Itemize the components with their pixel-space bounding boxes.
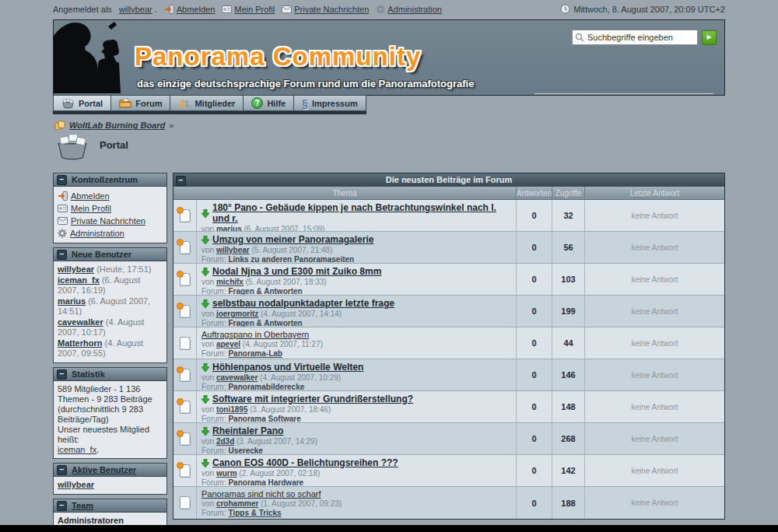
minimize-button[interactable]: − [57,175,67,185]
minimize-button[interactable]: − [57,465,67,475]
topic-link[interactable]: Auftragspano in Oberbayern [202,330,309,339]
user-link[interactable]: marius [58,296,86,306]
topic-link[interactable]: Nodal Njna 3 und E300 mit Zuiko 8mm [212,266,381,277]
breadcrumb-icon [54,121,65,130]
topic-link[interactable]: 180° Pano - Gebäude kippen je nach Betra… [212,202,511,224]
page-icon [180,464,191,478]
username-link[interactable]: willybear [119,5,152,14]
author-link[interactable]: michifx [216,278,244,286]
tab-label: Forum [135,99,162,108]
new-post-arrow-icon [202,363,209,372]
logged-in-prefix: Angemeldet als [53,5,112,14]
tab-forum[interactable]: Forum [111,95,170,111]
topbar-link-mein-profil[interactable]: Mein Profil [234,5,275,14]
page-title: Portal [100,139,128,151]
author-link[interactable]: toni1895 [216,405,248,414]
author-link[interactable]: wurm [216,469,237,478]
user-link[interactable]: cavewalker [58,317,103,327]
new-post-arrow-icon [202,299,209,308]
tab-label: Hilfe [267,99,286,108]
views-count: 188 [552,487,584,519]
table-row: Höhlenpanos und Virtuelle Welten von cav… [173,359,724,391]
topic-link[interactable]: Software mit integrierter Grundrißerstel… [212,394,413,404]
sidebar-item-private-nachrichten[interactable]: Private Nachrichten [71,216,145,226]
unread-dot [177,462,184,469]
topic-link[interactable]: Umzug von meiner Panoramagalerie [212,234,373,245]
forum-link[interactable]: Links zu anderen Panoramaseiten [228,255,354,263]
tab-hilfe[interactable]: ? Hilfe [244,95,294,111]
logged-in-status: Angemeldet als willybear. [53,5,157,14]
last-reply: keine Antwort [584,200,724,231]
forum-link[interactable]: Userecke [228,446,262,454]
portal-page-icon [54,130,90,161]
author-link[interactable]: apevel [216,340,240,348]
page-icon [180,241,191,254]
logout-icon [164,5,174,14]
author-link[interactable]: cavewalker [216,373,258,382]
minimize-button[interactable]: − [57,369,67,380]
newest-member-link[interactable]: iceman_fx [58,445,96,454]
topbar-link-administration[interactable]: Administration [387,5,442,14]
last-reply: keine Antwort [584,264,724,295]
unread-dot [177,430,184,437]
help-icon: ? [251,97,263,109]
forum-link[interactable]: Fragen & Antworten [228,287,302,295]
forum-link[interactable]: Tipps & Tricks [228,509,281,517]
author-link[interactable]: willybear [216,246,250,254]
forum-link[interactable]: Panorama-Lab [228,349,282,358]
portal-icon [61,97,75,109]
topic-link[interactable]: Rheintaler Pano [212,425,283,436]
breadcrumb-root-link[interactable]: WoltLab Burning Board [69,121,165,130]
forum-link[interactable]: Fragen & Antworten [228,319,302,327]
author-link[interactable]: marius [216,225,242,231]
topic-link[interactable]: selbstbau nodalpunktadapter letzte frage [212,298,394,309]
minimize-button[interactable]: − [176,176,186,186]
topic-link[interactable]: Höhlenpanos und Virtuelle Welten [212,362,363,373]
topic-status-icon [173,455,197,486]
forum-link[interactable]: Panorama Software [228,415,300,422]
topic-status-icon [173,487,197,519]
datetime: Mittwoch, 8. August 2007, 20:09 UTC+2 [573,5,725,14]
box-title-link[interactable]: Team [72,501,93,510]
views-count: 44 [552,327,584,359]
table-row: Rheintaler Pano von 2d3d (3. August 2007… [173,423,724,455]
forum-link[interactable]: Panoramabilderecke [228,383,304,390]
topic-status-icon [173,200,197,231]
search-bar: ▶ [572,30,717,45]
sidebar-item-mein-profil[interactable]: Mein Profil [71,204,111,214]
tab-mitglieder[interactable]: Mitglieder [170,95,244,111]
replies-count: 0 [516,200,552,231]
sidebar-item-abmelden[interactable]: Abmelden [71,191,110,201]
author-link[interactable]: joergmoritz [216,310,258,318]
user-link[interactable]: iceman_fx [58,275,100,285]
tab-portal[interactable]: Portal [53,95,111,111]
author-link[interactable]: crohammer [216,499,258,508]
table-row: Nodal Njna 3 und E300 mit Zuiko 8mm von … [173,264,724,296]
sidebar-item-administration[interactable]: Administration [70,229,124,239]
new-user-entry: Matterhorn (4. August 2007, 09:55) [58,338,163,359]
box-title-link[interactable]: Aktive Benutzer [72,465,136,474]
user-link[interactable]: Matterhorn [58,338,102,348]
user-link[interactable]: willybear [58,264,94,274]
forum-link[interactable]: Panorama Hardware [228,478,303,486]
minimize-button[interactable]: − [57,250,67,260]
active-user-link[interactable]: willybear [58,480,94,489]
latest-posts-panel: − Die neusten Beiträge im Forum Thema An… [173,173,725,520]
members-icon [178,99,191,108]
topic-status-icon [173,423,197,454]
search-input[interactable] [572,30,698,45]
topbar-link-abmelden[interactable]: Abmelden [177,5,216,14]
tab-label: Mitglieder [194,99,235,108]
tab-impressum[interactable]: § Impressum [294,95,366,111]
author-link[interactable]: 2d3d [216,437,234,446]
topic-link[interactable]: Panoramas sind nicht so scharf [202,489,321,499]
views-count: 199 [552,296,584,327]
topic-link[interactable]: Canon EOS 400D - Belichtungsreihen ??? [212,457,398,468]
box-kontrollzentrum: − Kontrollzentrum Abmelden Mein Profil P… [53,173,167,243]
topbar-link-private-nachrichten[interactable]: Private Nachrichten [294,5,369,14]
minimize-button[interactable]: − [57,501,67,511]
search-go-button[interactable]: ▶ [702,30,717,45]
breadcrumb: WoltLab Burning Board » [54,121,173,130]
replies-count: 0 [516,455,552,486]
last-reply: keine Antwort [584,391,724,422]
